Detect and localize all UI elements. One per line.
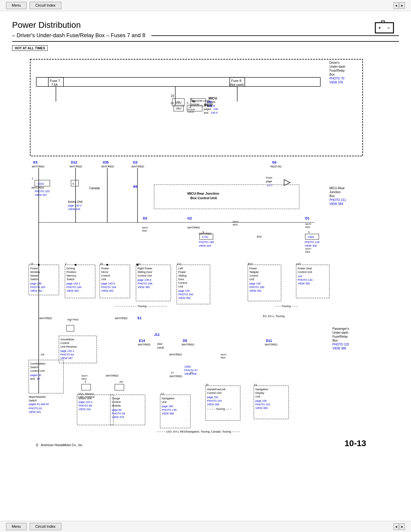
svg-rect-87 <box>154 185 299 209</box>
svg-text:RED: RED <box>82 378 87 380</box>
svg-text:Right Power: Right Power <box>138 267 152 270</box>
svg-text:VIEW 242: VIEW 242 <box>79 408 91 411</box>
svg-text:PHOTO 149: PHOTO 149 <box>66 286 81 289</box>
svg-text:PHOTO 68: PHOTO 68 <box>79 404 92 407</box>
svg-text:PHOTO 200: PHOTO 200 <box>178 293 193 296</box>
svg-text:page 143-5: page 143-5 <box>101 282 115 285</box>
svg-text:130: 130 <box>213 108 218 111</box>
svg-text:WHT/RED: WHT/RED <box>169 353 182 356</box>
svg-text:MICU: MICU <box>204 103 212 107</box>
svg-text:WHT/: WHT/ <box>233 220 239 223</box>
svg-text:10-13: 10-13 <box>345 439 366 448</box>
svg-text:LOCK: LOCK <box>188 111 194 113</box>
svg-text:used): used) <box>157 346 164 349</box>
next-arrow[interactable]: ► <box>400 2 405 9</box>
svg-text:D12: D12 <box>71 161 77 164</box>
svg-text:VIEW 401: VIEW 401 <box>29 410 41 414</box>
svg-text:VIEW 395: VIEW 395 <box>138 286 150 289</box>
svg-text:B10: B10 <box>257 235 262 238</box>
svg-text:C632: C632 <box>37 182 44 185</box>
svg-text:C1: C1 <box>161 392 164 395</box>
svg-text:WHT/RED: WHT/RED <box>182 343 194 346</box>
svg-text:– – – – – – – – – – Touring – : – – – – – – – – – – Touring – – – – – – … <box>115 305 167 308</box>
svg-text:page 156: page 156 <box>162 405 173 408</box>
svg-text:Switch: Switch <box>66 278 75 281</box>
bottom-menu-button[interactable]: Menu <box>6 523 27 530</box>
svg-text:D5: D5 <box>183 339 187 342</box>
svg-text:RED: RED <box>221 356 226 359</box>
svg-text:Control Unit: Control Unit <box>207 391 222 394</box>
prev-arrow[interactable]: ◄ <box>393 2 399 9</box>
svg-text:Tailgate: Tailgate <box>249 271 259 274</box>
page-subtitle: – Driver's Under-dash Fuse/Relay Box – F… <box>12 32 399 42</box>
svg-text:B10: B10 <box>248 262 253 265</box>
svg-text:WHT/RED: WHT/RED <box>32 165 44 168</box>
svg-text:D2: D2 <box>143 216 147 220</box>
svg-text:DOOR: DOOR <box>191 103 199 106</box>
svg-text:E: E <box>36 443 38 447</box>
svg-text:WHT/: WHT/ <box>305 223 312 225</box>
svg-text:VIEW 305: VIEW 305 <box>305 244 317 247</box>
svg-text:Power Seat: Power Seat <box>298 267 312 270</box>
svg-text:23: 23 <box>171 102 174 105</box>
svg-text:Unit: Unit <box>162 401 167 404</box>
svg-text:E1: E1 <box>138 316 141 320</box>
svg-text:WHT/RED: WHT/RED <box>31 186 44 189</box>
svg-text:Under-dash: Under-dash <box>329 65 345 68</box>
svg-text:WHT/: WHT/ <box>305 248 312 250</box>
svg-text:Power: Power <box>30 267 38 270</box>
svg-text:130-4: 130-4 <box>211 111 218 114</box>
svg-text:A6: A6 <box>119 380 123 383</box>
svg-text:– – – Touring – – –: – – – Touring – – – <box>275 305 297 308</box>
svg-text:Imoes Unit: Imoes Unit <box>68 200 83 203</box>
svg-text:C902: C902 <box>308 235 314 238</box>
svg-point-281 <box>75 264 76 266</box>
circuit-index-button[interactable]: Circuit Index <box>30 2 61 9</box>
svg-text:VIEW 287: VIEW 287 <box>60 357 73 360</box>
svg-text:PHOTO 198: PHOTO 198 <box>199 241 214 244</box>
bottom-prev-arrow[interactable]: ◄ <box>393 523 399 530</box>
svg-point-283 <box>137 264 138 266</box>
svg-text:PHOTO 150: PHOTO 150 <box>30 286 45 289</box>
svg-text:Control: Control <box>60 342 69 345</box>
svg-text:10-7.: 10-7. <box>267 184 273 187</box>
bottom-next-arrow[interactable]: ► <box>400 523 405 530</box>
svg-text:VIEW 379: VIEW 379 <box>112 416 124 419</box>
svg-text:PHOTO 65: PHOTO 65 <box>112 412 125 415</box>
svg-text:MICU: MICU <box>209 96 217 100</box>
svg-text:VBU: VBU <box>176 107 182 110</box>
bottom-nav-buttons: Menu Circuit Index <box>6 523 61 530</box>
svg-text:D11: D11 <box>266 339 272 342</box>
svg-text:A8: A8 <box>41 353 44 356</box>
svg-text:2: 2 <box>65 262 66 265</box>
svg-text:K5: K5 <box>33 161 37 164</box>
svg-text:PHOTO 101: PHOTO 101 <box>255 403 270 406</box>
menu-button[interactable]: Menu <box>6 2 27 9</box>
svg-text:Control: Control <box>112 401 121 404</box>
svg-text:WHT/: WHT/ <box>221 353 227 356</box>
svg-text:Power: Power <box>249 267 257 270</box>
svg-text:Unit: Unit <box>255 395 261 398</box>
svg-rect-194 <box>66 325 74 331</box>
svg-text:Module: Module <box>112 404 121 407</box>
svg-text:PHOTO 134: PHOTO 134 <box>298 278 312 281</box>
svg-text:page 139-4: page 139-4 <box>138 278 151 281</box>
svg-text:2: 2 <box>32 177 33 180</box>
bottom-circuit-index-button[interactable]: Circuit Index <box>30 523 61 530</box>
svg-text:Switch: Switch <box>30 366 38 369</box>
svg-text:PHOTO 211: PHOTO 211 <box>329 198 346 202</box>
svg-text:VIEW 344: VIEW 344 <box>199 244 211 247</box>
svg-text:WHT/RED: WHT/RED <box>138 343 150 346</box>
svg-text:C701: C701 <box>202 235 209 238</box>
svg-text:15: 15 <box>206 383 209 386</box>
top-navigation: Menu Circuit Index ◄ ► <box>0 0 411 11</box>
svg-text:page: page <box>266 180 272 183</box>
main-content: + – Power Distribution – Driver's Under-… <box>0 11 411 519</box>
bottom-nav-arrows: ◄ ► <box>393 523 405 530</box>
svg-text:G6: G6 <box>272 161 277 164</box>
svg-text:Fuse/Relay: Fuse/Relay <box>329 69 345 72</box>
svg-text:Unit: Unit <box>101 278 106 281</box>
svg-text:VIEW 390: VIEW 390 <box>298 282 310 285</box>
svg-text:Immobilizer: Immobilizer <box>60 338 74 341</box>
svg-text:Under-dash: Under-dash <box>332 331 348 334</box>
